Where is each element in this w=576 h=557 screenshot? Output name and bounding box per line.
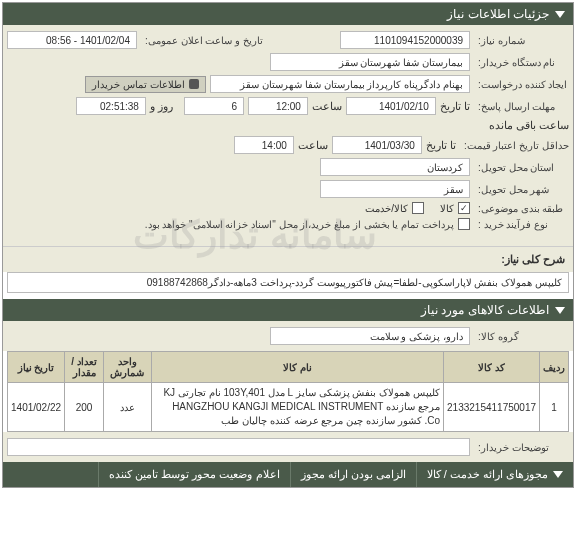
group-value: دارو، پزشکی و سلامت xyxy=(270,327,470,345)
buyer-value: بیمارستان شفا شهرستان سقز xyxy=(270,53,470,71)
th-qty: تعداد / مقدار xyxy=(65,352,104,383)
cell-date: 1401/02/22 xyxy=(8,383,65,432)
validity-time: 14:00 xyxy=(234,136,294,154)
phone-icon xyxy=(189,79,199,89)
checkbox-icon: ✓ xyxy=(458,202,470,214)
tab-status[interactable]: اعلام وضعیت محور توسط تامین کننده xyxy=(98,462,289,487)
req-no-label: شماره نیاز: xyxy=(474,35,569,46)
table-row: 1 2133215411750017 کلیپس همولاک بنفش پزش… xyxy=(8,383,569,432)
buyer-label: نام دستگاه خریدار: xyxy=(474,57,569,68)
creator-value: بهنام دادگرپناه کارپرداز بیمارستان شفا ش… xyxy=(210,75,470,93)
form-body: شماره نیاز: 1101094152000039 تاریخ و ساع… xyxy=(3,25,573,246)
deadline-label: مهلت ارسال پاسخ: xyxy=(474,101,569,112)
th-unit: واحد شمارش xyxy=(103,352,151,383)
cell-qty: 200 xyxy=(65,383,104,432)
category-label: طبقه بندی موضوعی: xyxy=(474,203,569,214)
checkbox-process[interactable]: پرداخت تمام یا بخشی از مبلغ خرید،از محل … xyxy=(145,218,470,230)
checkbox-kala[interactable]: ✓ کالا xyxy=(440,202,470,214)
triangle-down-icon xyxy=(553,471,563,478)
deadline-date: 1401/02/10 xyxy=(346,97,436,115)
deadline-time-label: ساعت xyxy=(312,100,342,113)
validity-label: حداقل تاریخ اعتبار قیمت: xyxy=(460,140,569,151)
items-table: ردیف کد کالا نام کالا واحد شمارش تعداد /… xyxy=(7,351,569,432)
announce-value: 1401/02/04 - 08:56 xyxy=(7,31,137,49)
announce-label: تاریخ و ساعت اعلان عمومی: xyxy=(141,35,281,46)
checkbox-icon xyxy=(412,202,424,214)
triangle-down-icon xyxy=(555,11,565,18)
deadline-date-label: تا تاریخ xyxy=(440,100,470,113)
th-code: کد کالا xyxy=(444,352,540,383)
buyer-desc-label: توضیحات خریدار: xyxy=(474,442,569,453)
buyer-desc-value xyxy=(7,438,470,456)
header-title: جزئیات اطلاعات نیاز xyxy=(447,7,549,21)
checkbox-icon xyxy=(458,218,470,230)
province-value: کردستان xyxy=(320,158,470,176)
cell-code: 2133215411750017 xyxy=(444,383,540,432)
group-label: گروه کالا: xyxy=(474,331,569,342)
deadline-time: 12:00 xyxy=(248,97,308,115)
validity-date-label: تا تاریخ xyxy=(426,139,456,152)
day-label: روز و xyxy=(150,100,180,113)
validity-date: 1401/03/30 xyxy=(332,136,422,154)
triangle-down-icon xyxy=(555,307,565,314)
province-label: استان محل تحویل: xyxy=(474,162,569,173)
req-no-value: 1101094152000039 xyxy=(340,31,470,49)
process-note: پرداخت تمام یا بخشی از مبلغ خرید،از محل … xyxy=(145,219,454,230)
contact-buyer-button[interactable]: اطلاعات تماس خریدار xyxy=(85,76,206,93)
process-label: نوع فرآیند خرید : xyxy=(474,219,569,230)
city-label: شهر محل تحویل: xyxy=(474,184,569,195)
summary-value: کلیپس همولاک بنفش لاپاراسکوپی-لطفا=پیش ف… xyxy=(7,272,569,293)
details-header: جزئیات اطلاعات نیاز xyxy=(3,3,573,25)
cell-name: کلیپس همولاک بنفش پزشکی سایز L مدل 103Y,… xyxy=(151,383,443,432)
checkbox-kala-khedmat[interactable]: کالا/خدمت xyxy=(365,202,424,214)
th-idx: ردیف xyxy=(540,352,569,383)
creator-label: ایجاد کننده درخواست: xyxy=(474,79,569,90)
day-val: 6 xyxy=(184,97,244,115)
validity-time-label: ساعت xyxy=(298,139,328,152)
cell-idx: 1 xyxy=(540,383,569,432)
remain-label: ساعت باقی مانده xyxy=(489,119,569,132)
th-date: تاریخ نیاز xyxy=(8,352,65,383)
tab-permits[interactable]: مجوزهای ارائه خدمت / کالا xyxy=(416,462,573,487)
city-value: سقز xyxy=(320,180,470,198)
remain-time: 02:51:38 xyxy=(76,97,146,115)
cell-unit: عدد xyxy=(103,383,151,432)
summary-label: شرح کلی نیاز: xyxy=(3,246,573,272)
items-header: اطلاعات کالاهای مورد نیاز xyxy=(3,299,573,321)
footer-tabs: مجوزهای ارائه خدمت / کالا الزامی بودن ار… xyxy=(3,462,573,487)
th-name: نام کالا xyxy=(151,352,443,383)
tab-required[interactable]: الزامی بودن ارائه مجوز xyxy=(290,462,416,487)
